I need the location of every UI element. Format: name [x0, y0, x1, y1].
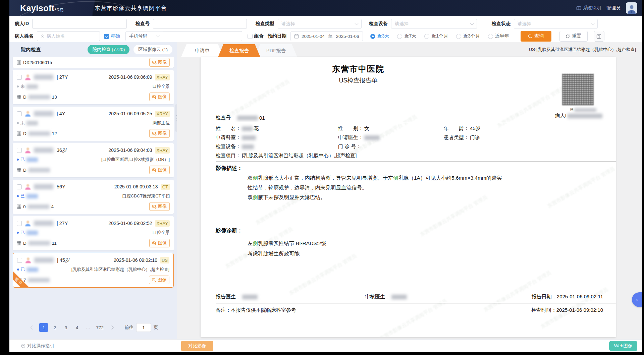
exam-checkbox[interactable]: [17, 148, 22, 153]
tab-申请单[interactable]: 申请单: [181, 44, 223, 57]
image-edit-icon: [152, 241, 157, 245]
radio-icon: [488, 34, 493, 39]
panel-title: 院内检查: [21, 47, 41, 53]
reset-button[interactable]: 重置: [559, 31, 588, 42]
page-button-772[interactable]: 772: [95, 323, 105, 332]
patient-name-redacted: [34, 74, 53, 80]
image-edit-icon: [152, 60, 157, 65]
exam-id: D12: [17, 131, 57, 136]
exam-checkbox[interactable]: [17, 111, 22, 116]
exam-type-select[interactable]: 请选择: [278, 19, 362, 29]
range-近1个月[interactable]: 近1个月: [424, 33, 448, 39]
exam-list: DX250106015 图像 | 27Y 2025-01-06 09:06:09…: [9, 57, 177, 312]
patient-age: | 27Y: [57, 74, 68, 80]
search-button[interactable]: 查询: [521, 31, 551, 42]
patient-id-input[interactable]: [32, 19, 127, 29]
modality-badge: CT: [161, 184, 170, 190]
tab-regional-cloud[interactable]: 区域影像云 (1): [133, 45, 172, 54]
range-近3天[interactable]: 近3天: [370, 33, 389, 39]
image-button[interactable]: 图像: [149, 276, 169, 284]
user-avatar[interactable]: [626, 2, 637, 14]
layout-settings-button[interactable]: [594, 31, 604, 42]
exam-checkbox[interactable]: [17, 75, 22, 80]
date-range-picker[interactable]: 2025-01-04 至 2025-01-06: [290, 31, 363, 41]
image-button[interactable]: 图像: [149, 202, 170, 211]
range-近7天[interactable]: 近7天: [397, 33, 416, 39]
exam-list-item[interactable]: | 27Y 2025-01-06 09:06:09 XRAY 未 口腔全景 D1…: [13, 70, 174, 104]
web-image-button[interactable]: Web图像: [609, 341, 637, 351]
goto-page-input[interactable]: [136, 323, 151, 332]
phone-input[interactable]: [163, 31, 242, 41]
exam-list-item-partial[interactable]: DX250106015 图像: [13, 57, 174, 68]
exam-list-item[interactable]: 36岁 2025-01-06 09:04:03 XRAY 已 [口腔曲面断层,口…: [13, 143, 174, 177]
patient-age: 36岁: [57, 147, 67, 154]
report-page: 东营市影像云共享调阅平台 管理员东营市影像云共享调阅平台 管理员东营市影像云共享…: [201, 57, 616, 337]
range-近半年[interactable]: 近半年: [488, 33, 509, 39]
exam-name: [口腔曲面断层,口腔X线摄影（DR）]: [101, 157, 170, 163]
chevron-down-icon: [591, 21, 594, 25]
exact-checkbox[interactable]: [104, 34, 109, 39]
modality-badge: XRAY: [155, 111, 170, 117]
phone-field-select[interactable]: 手机号码: [125, 31, 163, 41]
report-panel: 申请单检查报告PDF报告 US-[乳腺及其引流区淋巴结彩超（乳腺中心）,超声检查…: [177, 42, 642, 339]
prev-page-button[interactable]: [28, 323, 37, 332]
exam-no-input[interactable]: [153, 19, 247, 29]
modality-badge: XRAY: [155, 147, 170, 154]
book-icon: [576, 6, 581, 11]
patient-name-redacted: [34, 147, 53, 153]
range-近3个月[interactable]: 近3个月: [456, 33, 480, 39]
exam-time: 检查时间：2025-01-06 09:02:10: [531, 307, 603, 313]
chevron-down-icon: [156, 34, 160, 38]
image-edit-icon: [152, 204, 157, 209]
exam-list-item[interactable]: | 4Y 2025-01-06 09:05:25 XRAY 未 胸部正位 D12…: [13, 107, 174, 141]
exam-status: 未: [17, 83, 38, 90]
quick-range-group: 近3天近7天近1个月近3个月近半年: [370, 33, 509, 39]
exam-type-label: 检查类型: [256, 21, 274, 27]
patient-name-input[interactable]: 病人姓名: [37, 31, 100, 41]
exam-list-item[interactable]: | 27Y 2025-01-06 09:02:52 XRAY 已 口腔全景 D1…: [13, 216, 174, 250]
page-button-1[interactable]: 1: [39, 323, 48, 332]
system-help-link[interactable]: 系统说明: [576, 5, 601, 11]
tab-hospital-exams[interactable]: 院内检查 (7720): [88, 45, 129, 54]
exam-status-select[interactable]: 请选择: [514, 19, 598, 29]
tab-PDF报告[interactable]: PDF报告: [255, 44, 297, 57]
image-button[interactable]: 图像: [149, 58, 170, 67]
modality-badge: XRAY: [155, 74, 170, 80]
pagination-pages: 1234···772: [39, 323, 105, 332]
exam-device-select[interactable]: 请选择: [391, 19, 477, 29]
field-name: 姓 名：花: [216, 125, 259, 132]
patient-age: | 4Y: [57, 111, 65, 116]
exam-checkbox[interactable]: [17, 258, 22, 263]
patient-name-redacted: [34, 111, 53, 116]
exam-list-item[interactable]: 56Y 2025-01-06 09:03:13 CT 已 口腔CBCT锥形束CT…: [13, 180, 174, 214]
refresh-icon: [566, 34, 570, 39]
grid-icon: [17, 168, 21, 172]
compare-guide-link[interactable]: 对比操作指引: [21, 340, 54, 352]
exam-list-item[interactable]: | 45岁 2025-01-06 09:02:10 US 已 [乳腺及其引流区淋…: [13, 253, 174, 288]
next-page-button[interactable]: [107, 323, 116, 332]
page-button-···[interactable]: ···: [84, 323, 92, 332]
image-button[interactable]: 图像: [149, 239, 170, 247]
combo-checkbox[interactable]: [248, 34, 253, 39]
report-note: 备注：本报告仅供本院临床科室参考: [216, 307, 296, 313]
patient-avatar-icon: [24, 74, 31, 80]
current-exam-context: US-[乳腺及其引流区淋巴结彩超（乳腺中心）,超声检查]: [529, 47, 636, 53]
image-button[interactable]: 图像: [149, 166, 170, 174]
exam-checkbox[interactable]: [17, 184, 22, 189]
exam-name: 口腔全景: [153, 84, 170, 90]
watermark: 东营市影像云共享调阅平台 管理员: [288, 253, 358, 297]
collapse-panel-button[interactable]: ‹: [632, 292, 642, 307]
page-button-4[interactable]: 4: [72, 323, 81, 332]
guide-icon: [21, 344, 25, 348]
exam-checkbox[interactable]: [17, 221, 22, 226]
chevron-down-icon: [355, 21, 358, 25]
page-button-2[interactable]: 2: [50, 323, 59, 332]
calendar-icon: [294, 34, 299, 39]
tab-检查报告[interactable]: 检查报告: [218, 44, 260, 57]
username-label[interactable]: 管理员: [606, 5, 621, 11]
compare-images-button[interactable]: 对比影像: [181, 341, 213, 351]
page-button-3[interactable]: 3: [61, 323, 70, 332]
image-button[interactable]: 图像: [149, 93, 170, 101]
image-button[interactable]: 图像: [149, 129, 170, 138]
field-patient-type: 患者类型：门诊: [444, 134, 480, 141]
